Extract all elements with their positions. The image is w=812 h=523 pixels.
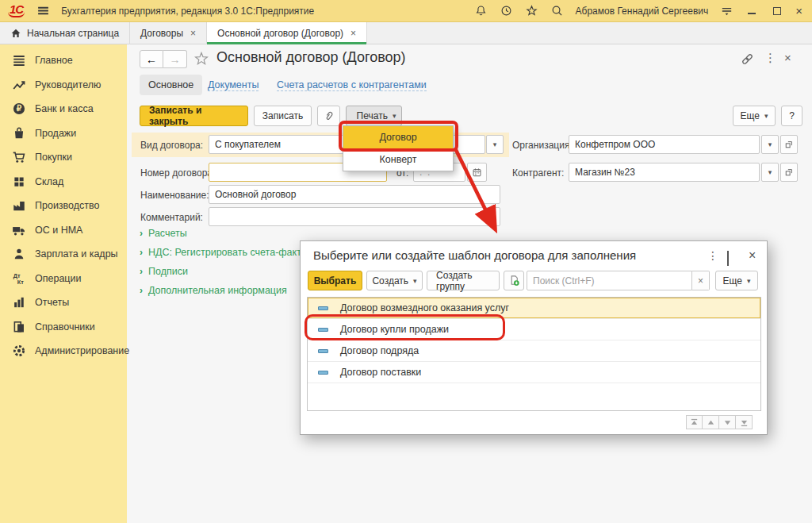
dialog-search-input[interactable] <box>527 271 692 290</box>
favorite-star-icon[interactable] <box>193 51 209 70</box>
print-menu-item-contract[interactable]: Договор <box>343 126 453 148</box>
contract-kind-label: Вид договора: <box>140 140 203 151</box>
move-to-top-button[interactable] <box>686 415 703 429</box>
hamburger-menu-icon[interactable] <box>36 4 50 18</box>
dialog-search-clear-button[interactable]: × <box>692 271 710 290</box>
current-user-name[interactable]: Абрамов Геннадий Сергеевич <box>576 6 709 17</box>
title-bar: 1С Бухгалтерия предприятия, редакция 3.0… <box>0 0 812 22</box>
template-row-label: Договор поставки <box>340 367 421 378</box>
contractor-dropdown-button[interactable]: ▾ <box>761 163 779 182</box>
print-dropdown-menu: Договор Конверт <box>343 125 454 171</box>
template-select-dialog: Выберите или создайте шаблон договора дл… <box>300 240 768 435</box>
contractor-open-button[interactable] <box>780 163 798 182</box>
organization-label: Организация: <box>512 140 573 151</box>
open-link-icon <box>784 140 794 149</box>
name-input[interactable]: Основной договор <box>209 185 500 204</box>
tab-main-contract-close-icon[interactable]: × <box>350 28 356 39</box>
create-label: Создать <box>372 275 408 286</box>
view-tab-general[interactable]: Основное <box>140 75 202 95</box>
window-minimize-icon[interactable] <box>745 4 759 18</box>
save-button[interactable]: Записать <box>254 106 312 126</box>
sidebar-item-production[interactable]: Производство <box>0 194 127 218</box>
service-settings-icon[interactable] <box>719 4 733 18</box>
template-row-supply[interactable]: Договор поставки <box>308 362 760 383</box>
tab-contracts-close-icon[interactable]: × <box>190 28 196 39</box>
dialog-kebab-icon[interactable]: ⋮ <box>707 249 718 262</box>
history-icon[interactable] <box>500 4 514 18</box>
tab-home[interactable]: Начальная страница <box>0 22 130 44</box>
dialog-maximize-icon[interactable] <box>727 252 729 266</box>
print-menu-item-envelope[interactable]: Конверт <box>343 148 453 171</box>
sidebar-item-operations[interactable]: ДтКт Операции <box>0 267 127 291</box>
section-settlements[interactable]: › Расчеты <box>140 228 187 239</box>
organization-input[interactable]: Конфетпром ООО <box>569 135 760 154</box>
svg-text:₽: ₽ <box>17 105 22 113</box>
view-tab-settlement-accounts[interactable]: Счета расчетов с контрагентами <box>277 79 427 91</box>
sidebar-item-directories[interactable]: Справочники <box>0 315 127 340</box>
notifications-bell-icon[interactable] <box>474 4 488 18</box>
dialog-create-group-button[interactable]: Создать группу <box>427 271 500 290</box>
form-more-kebab-icon[interactable]: ⋮ <box>764 51 776 65</box>
move-up-button[interactable] <box>703 415 719 429</box>
sidebar-label: Главное <box>35 55 73 66</box>
view-tab-documents[interactable]: Документы <box>208 79 259 91</box>
dialog-more-button[interactable]: Еще ▾ <box>715 271 758 290</box>
back-button[interactable]: ← <box>140 50 163 68</box>
window-close-icon[interactable]: × <box>795 6 802 16</box>
forward-button[interactable]: → <box>163 50 187 68</box>
organization-dropdown-button[interactable]: ▾ <box>761 135 779 154</box>
history-nav-group: ← → <box>140 50 187 68</box>
debit-credit-icon: ДтКт <box>12 271 26 286</box>
sidebar-item-purchases[interactable]: Покупки <box>0 145 127 170</box>
sidebar-item-fixed-assets[interactable]: ОС и НМА <box>0 218 127 243</box>
section-label: Дополнительная информация <box>148 285 287 296</box>
calendar-picker-button[interactable] <box>467 163 487 182</box>
section-signatures[interactable]: › Подписи <box>140 266 188 277</box>
dialog-select-button[interactable]: Выбрать <box>308 271 362 290</box>
section-vat[interactable]: › НДС: Регистрировать счета-факту <box>140 247 306 258</box>
favorites-star-icon[interactable] <box>525 4 539 18</box>
template-row-sale[interactable]: Договор купли продажи <box>308 319 760 340</box>
move-down-button[interactable] <box>719 415 736 429</box>
sidebar-item-bank-cash[interactable]: ₽ Банк и касса <box>0 97 127 121</box>
dialog-create-button[interactable]: Создать ▾ <box>366 271 423 290</box>
person-icon <box>12 247 26 261</box>
document-add-icon <box>508 275 520 286</box>
save-and-close-button[interactable]: Записать и закрыть <box>140 106 248 126</box>
dialog-load-template-button[interactable] <box>504 271 524 290</box>
move-to-bottom-button[interactable] <box>736 415 753 429</box>
sidebar-item-reports[interactable]: Отчеты <box>0 290 127 315</box>
contractor-input[interactable]: Магазин №23 <box>569 163 760 182</box>
sidebar-item-main[interactable]: Главное <box>0 48 127 73</box>
get-link-icon[interactable] <box>741 52 754 68</box>
caret-down-icon: ▾ <box>747 277 751 285</box>
section-additional-info[interactable]: › Дополнительная информация <box>140 285 287 296</box>
form-close-icon[interactable]: × <box>784 51 791 64</box>
search-icon[interactable] <box>550 4 565 18</box>
sidebar-label: Руководителю <box>35 79 101 90</box>
sidebar-label: Справочники <box>35 321 95 333</box>
organization-open-button[interactable] <box>780 135 798 154</box>
attachments-button[interactable] <box>317 106 340 126</box>
comment-input[interactable] <box>209 207 500 226</box>
dialog-close-icon[interactable]: × <box>749 248 756 263</box>
sidebar-item-salary-hr[interactable]: Зарплата и кадры <box>0 242 127 267</box>
form-more-button[interactable]: Еще ▾ <box>733 106 776 126</box>
contract-kind-dropdown-button[interactable]: ▾ <box>486 135 504 154</box>
template-row-services[interactable]: Договор возмездного оказания услуг <box>308 298 760 319</box>
template-row-contractor-work[interactable]: Договор подряда <box>308 340 760 362</box>
sidebar-item-manager[interactable]: Руководителю <box>0 73 127 98</box>
paperclip-icon <box>323 110 335 122</box>
print-button[interactable]: Печать ▾ <box>346 106 402 126</box>
sidebar-item-administration[interactable]: Администрирование <box>0 339 127 363</box>
list-item-dash-icon <box>318 328 328 332</box>
window-maximize-icon[interactable] <box>770 4 784 18</box>
tab-main-contract[interactable]: Основной договор (Договор) × <box>207 22 367 44</box>
help-button[interactable]: ? <box>781 106 802 126</box>
app-title: Бухгалтерия предприятия, редакция 3.0 1С… <box>61 6 314 17</box>
sidebar-item-sales[interactable]: Продажи <box>0 121 127 146</box>
sections-sidebar: Главное Руководителю ₽ Банк и касса Прод… <box>0 44 127 523</box>
sidebar-item-warehouse[interactable]: Склад <box>0 170 127 194</box>
tab-contracts[interactable]: Договоры × <box>130 22 207 44</box>
sidebar-label: Отчеты <box>35 297 69 308</box>
